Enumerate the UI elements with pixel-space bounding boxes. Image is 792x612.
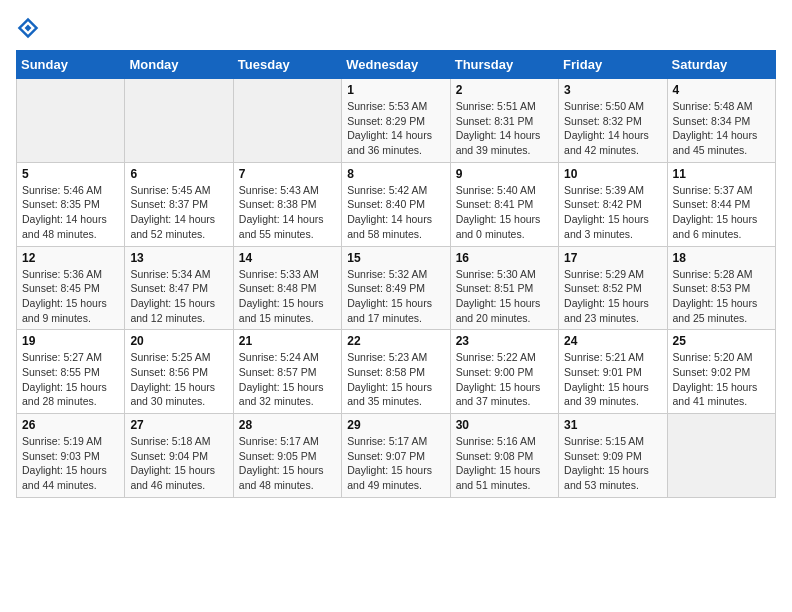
calendar-day-cell bbox=[125, 79, 233, 163]
day-info: Sunrise: 5:30 AM Sunset: 8:51 PM Dayligh… bbox=[456, 267, 553, 326]
day-info: Sunrise: 5:25 AM Sunset: 8:56 PM Dayligh… bbox=[130, 350, 227, 409]
day-number: 25 bbox=[673, 334, 770, 348]
calendar-week-row: 1Sunrise: 5:53 AM Sunset: 8:29 PM Daylig… bbox=[17, 79, 776, 163]
calendar-day-cell: 10Sunrise: 5:39 AM Sunset: 8:42 PM Dayli… bbox=[559, 162, 667, 246]
weekday-header: Monday bbox=[125, 51, 233, 79]
day-number: 26 bbox=[22, 418, 119, 432]
day-info: Sunrise: 5:24 AM Sunset: 8:57 PM Dayligh… bbox=[239, 350, 336, 409]
calendar-day-cell: 26Sunrise: 5:19 AM Sunset: 9:03 PM Dayli… bbox=[17, 414, 125, 498]
calendar-week-row: 26Sunrise: 5:19 AM Sunset: 9:03 PM Dayli… bbox=[17, 414, 776, 498]
day-number: 17 bbox=[564, 251, 661, 265]
calendar-day-cell bbox=[17, 79, 125, 163]
day-number: 20 bbox=[130, 334, 227, 348]
day-info: Sunrise: 5:19 AM Sunset: 9:03 PM Dayligh… bbox=[22, 434, 119, 493]
day-info: Sunrise: 5:20 AM Sunset: 9:02 PM Dayligh… bbox=[673, 350, 770, 409]
weekday-header: Friday bbox=[559, 51, 667, 79]
calendar-day-cell: 13Sunrise: 5:34 AM Sunset: 8:47 PM Dayli… bbox=[125, 246, 233, 330]
calendar-day-cell: 4Sunrise: 5:48 AM Sunset: 8:34 PM Daylig… bbox=[667, 79, 775, 163]
day-number: 28 bbox=[239, 418, 336, 432]
calendar-table: SundayMondayTuesdayWednesdayThursdayFrid… bbox=[16, 50, 776, 498]
day-number: 9 bbox=[456, 167, 553, 181]
weekday-header: Wednesday bbox=[342, 51, 450, 79]
calendar-day-cell: 28Sunrise: 5:17 AM Sunset: 9:05 PM Dayli… bbox=[233, 414, 341, 498]
day-number: 12 bbox=[22, 251, 119, 265]
logo bbox=[16, 16, 44, 40]
calendar-day-cell: 6Sunrise: 5:45 AM Sunset: 8:37 PM Daylig… bbox=[125, 162, 233, 246]
day-number: 29 bbox=[347, 418, 444, 432]
day-info: Sunrise: 5:43 AM Sunset: 8:38 PM Dayligh… bbox=[239, 183, 336, 242]
calendar-day-cell: 24Sunrise: 5:21 AM Sunset: 9:01 PM Dayli… bbox=[559, 330, 667, 414]
day-number: 31 bbox=[564, 418, 661, 432]
calendar-day-cell: 11Sunrise: 5:37 AM Sunset: 8:44 PM Dayli… bbox=[667, 162, 775, 246]
day-number: 6 bbox=[130, 167, 227, 181]
day-number: 30 bbox=[456, 418, 553, 432]
day-number: 18 bbox=[673, 251, 770, 265]
calendar-day-cell: 1Sunrise: 5:53 AM Sunset: 8:29 PM Daylig… bbox=[342, 79, 450, 163]
calendar-day-cell: 7Sunrise: 5:43 AM Sunset: 8:38 PM Daylig… bbox=[233, 162, 341, 246]
day-info: Sunrise: 5:42 AM Sunset: 8:40 PM Dayligh… bbox=[347, 183, 444, 242]
calendar-header: SundayMondayTuesdayWednesdayThursdayFrid… bbox=[17, 51, 776, 79]
calendar-day-cell: 9Sunrise: 5:40 AM Sunset: 8:41 PM Daylig… bbox=[450, 162, 558, 246]
day-info: Sunrise: 5:40 AM Sunset: 8:41 PM Dayligh… bbox=[456, 183, 553, 242]
day-number: 13 bbox=[130, 251, 227, 265]
calendar-day-cell bbox=[233, 79, 341, 163]
day-number: 16 bbox=[456, 251, 553, 265]
day-info: Sunrise: 5:16 AM Sunset: 9:08 PM Dayligh… bbox=[456, 434, 553, 493]
day-info: Sunrise: 5:34 AM Sunset: 8:47 PM Dayligh… bbox=[130, 267, 227, 326]
day-info: Sunrise: 5:17 AM Sunset: 9:05 PM Dayligh… bbox=[239, 434, 336, 493]
calendar-day-cell bbox=[667, 414, 775, 498]
day-number: 21 bbox=[239, 334, 336, 348]
calendar-week-row: 19Sunrise: 5:27 AM Sunset: 8:55 PM Dayli… bbox=[17, 330, 776, 414]
calendar-day-cell: 22Sunrise: 5:23 AM Sunset: 8:58 PM Dayli… bbox=[342, 330, 450, 414]
calendar-week-row: 5Sunrise: 5:46 AM Sunset: 8:35 PM Daylig… bbox=[17, 162, 776, 246]
calendar-day-cell: 16Sunrise: 5:30 AM Sunset: 8:51 PM Dayli… bbox=[450, 246, 558, 330]
weekday-header: Saturday bbox=[667, 51, 775, 79]
day-number: 23 bbox=[456, 334, 553, 348]
day-info: Sunrise: 5:46 AM Sunset: 8:35 PM Dayligh… bbox=[22, 183, 119, 242]
day-info: Sunrise: 5:18 AM Sunset: 9:04 PM Dayligh… bbox=[130, 434, 227, 493]
day-info: Sunrise: 5:53 AM Sunset: 8:29 PM Dayligh… bbox=[347, 99, 444, 158]
day-info: Sunrise: 5:29 AM Sunset: 8:52 PM Dayligh… bbox=[564, 267, 661, 326]
day-info: Sunrise: 5:50 AM Sunset: 8:32 PM Dayligh… bbox=[564, 99, 661, 158]
day-info: Sunrise: 5:27 AM Sunset: 8:55 PM Dayligh… bbox=[22, 350, 119, 409]
day-number: 2 bbox=[456, 83, 553, 97]
weekday-header: Thursday bbox=[450, 51, 558, 79]
day-number: 27 bbox=[130, 418, 227, 432]
calendar-day-cell: 3Sunrise: 5:50 AM Sunset: 8:32 PM Daylig… bbox=[559, 79, 667, 163]
day-info: Sunrise: 5:21 AM Sunset: 9:01 PM Dayligh… bbox=[564, 350, 661, 409]
day-info: Sunrise: 5:39 AM Sunset: 8:42 PM Dayligh… bbox=[564, 183, 661, 242]
day-info: Sunrise: 5:23 AM Sunset: 8:58 PM Dayligh… bbox=[347, 350, 444, 409]
calendar-day-cell: 14Sunrise: 5:33 AM Sunset: 8:48 PM Dayli… bbox=[233, 246, 341, 330]
calendar-day-cell: 25Sunrise: 5:20 AM Sunset: 9:02 PM Dayli… bbox=[667, 330, 775, 414]
calendar-day-cell: 19Sunrise: 5:27 AM Sunset: 8:55 PM Dayli… bbox=[17, 330, 125, 414]
day-number: 11 bbox=[673, 167, 770, 181]
calendar-day-cell: 23Sunrise: 5:22 AM Sunset: 9:00 PM Dayli… bbox=[450, 330, 558, 414]
calendar-day-cell: 18Sunrise: 5:28 AM Sunset: 8:53 PM Dayli… bbox=[667, 246, 775, 330]
day-info: Sunrise: 5:17 AM Sunset: 9:07 PM Dayligh… bbox=[347, 434, 444, 493]
day-number: 24 bbox=[564, 334, 661, 348]
day-number: 1 bbox=[347, 83, 444, 97]
day-number: 22 bbox=[347, 334, 444, 348]
day-number: 5 bbox=[22, 167, 119, 181]
weekday-header: Sunday bbox=[17, 51, 125, 79]
day-info: Sunrise: 5:15 AM Sunset: 9:09 PM Dayligh… bbox=[564, 434, 661, 493]
weekday-header: Tuesday bbox=[233, 51, 341, 79]
day-number: 14 bbox=[239, 251, 336, 265]
calendar-day-cell: 29Sunrise: 5:17 AM Sunset: 9:07 PM Dayli… bbox=[342, 414, 450, 498]
day-info: Sunrise: 5:36 AM Sunset: 8:45 PM Dayligh… bbox=[22, 267, 119, 326]
calendar-day-cell: 20Sunrise: 5:25 AM Sunset: 8:56 PM Dayli… bbox=[125, 330, 233, 414]
calendar-day-cell: 31Sunrise: 5:15 AM Sunset: 9:09 PM Dayli… bbox=[559, 414, 667, 498]
logo-icon bbox=[16, 16, 40, 40]
calendar-day-cell: 30Sunrise: 5:16 AM Sunset: 9:08 PM Dayli… bbox=[450, 414, 558, 498]
calendar-day-cell: 27Sunrise: 5:18 AM Sunset: 9:04 PM Dayli… bbox=[125, 414, 233, 498]
calendar-day-cell: 12Sunrise: 5:36 AM Sunset: 8:45 PM Dayli… bbox=[17, 246, 125, 330]
day-info: Sunrise: 5:37 AM Sunset: 8:44 PM Dayligh… bbox=[673, 183, 770, 242]
day-number: 8 bbox=[347, 167, 444, 181]
calendar-day-cell: 2Sunrise: 5:51 AM Sunset: 8:31 PM Daylig… bbox=[450, 79, 558, 163]
day-number: 19 bbox=[22, 334, 119, 348]
day-info: Sunrise: 5:48 AM Sunset: 8:34 PM Dayligh… bbox=[673, 99, 770, 158]
day-number: 3 bbox=[564, 83, 661, 97]
calendar-day-cell: 21Sunrise: 5:24 AM Sunset: 8:57 PM Dayli… bbox=[233, 330, 341, 414]
calendar-day-cell: 15Sunrise: 5:32 AM Sunset: 8:49 PM Dayli… bbox=[342, 246, 450, 330]
day-number: 4 bbox=[673, 83, 770, 97]
